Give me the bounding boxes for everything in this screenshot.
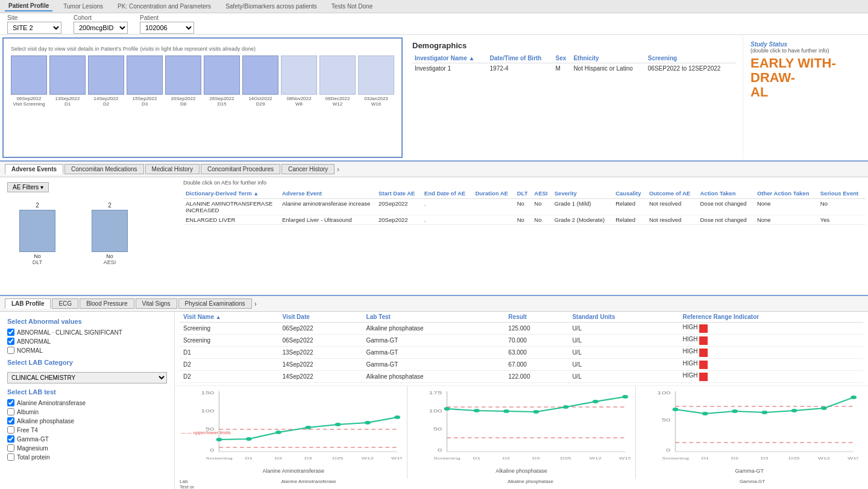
visit-box-w8[interactable]: 08Nov2022 W8 xyxy=(281,55,317,107)
ae-bar-aesi-label: No xyxy=(106,253,113,259)
tab-arrow-right[interactable]: › xyxy=(337,165,339,174)
visit-box-d2[interactable]: 14Sep2022 D2 xyxy=(88,55,124,107)
svg-text:Screening: Screening xyxy=(206,456,232,461)
ae-cell-severity-2: Grade 2 (Moderate) xyxy=(552,215,613,225)
svg-text:W15: W15 xyxy=(391,456,402,461)
chart-x-label: Lab Test or Examination Name xyxy=(180,479,198,489)
site-select[interactable]: SITE 2 xyxy=(7,22,61,34)
tab-cancer-history[interactable]: Cancer History xyxy=(281,164,335,174)
visit-date-w8: 08Nov2022 xyxy=(287,96,312,101)
svg-point-54 xyxy=(761,411,767,414)
svg-text:W15: W15 xyxy=(848,456,858,461)
tab-lab-profile[interactable]: LAB Profile xyxy=(5,298,51,309)
ae-cell-other-2: None xyxy=(755,215,818,225)
tab-ecg[interactable]: ECG xyxy=(52,298,78,309)
test-magnesium[interactable]: Magnesium xyxy=(7,444,167,452)
visit-box-d1[interactable]: 13Sep2022 D1 xyxy=(49,55,86,107)
abnormal-cs-checkbox[interactable] xyxy=(7,329,14,336)
nav-safety[interactable]: Safety/Biomarkers across patients xyxy=(222,2,321,11)
svg-text:100: 100 xyxy=(201,408,214,414)
visit-date-d15: 26Sep2022 xyxy=(210,96,234,101)
visit-section: Select visit day to view visit details i… xyxy=(2,37,403,158)
test-options: Alanine Aminotransferase Albumin Alkalin… xyxy=(7,399,167,461)
lab-cell-test-5: Alkaline phosphatase xyxy=(363,371,505,383)
visit-box-w16[interactable]: 03Jan2023 W16 xyxy=(358,55,394,107)
tab-vital-signs[interactable]: Vital Signs xyxy=(136,298,177,309)
nav-pk[interactable]: PK: Concentration and Parameters xyxy=(114,2,215,11)
lab-cell-visit-4: D2 xyxy=(180,359,278,371)
tab-medical-history[interactable]: Medical History xyxy=(145,164,200,174)
test-magnesium-label: Magnesium xyxy=(17,445,48,452)
visit-box-w12[interactable]: 06Dec2022 W12 xyxy=(319,55,356,107)
svg-point-55 xyxy=(791,409,797,412)
lab-cell-result-5: 122.000 xyxy=(505,371,568,383)
ae-cell-dict-1: ALANINE AMINOTRANSFERASE INCREASED xyxy=(183,199,280,215)
test-alanine[interactable]: Alanine Aminotransferase xyxy=(7,399,167,406)
lab-cell-date-3: 13Sep2022 xyxy=(278,347,362,359)
test-total-protein-cb[interactable] xyxy=(7,453,14,461)
ae-th-duration: Duration AE xyxy=(473,188,514,199)
test-free-t4[interactable]: Free T4 xyxy=(7,426,167,434)
test-albumin[interactable]: Albumin xyxy=(7,408,167,415)
nav-patient-profile[interactable]: Patient Profile xyxy=(5,1,52,11)
abnormal-cs-option[interactable]: ABNORMAL · CLINICAL SIGNIFICANT xyxy=(7,329,167,336)
nav-tests[interactable]: Tests Not Done xyxy=(328,2,376,11)
lab-cell-indicator-4: HIGH xyxy=(679,359,863,371)
lab-tab-arrow-right[interactable]: › xyxy=(254,300,257,308)
lab-tab-bar: LAB Profile ECG Blood Pressure Vital Sig… xyxy=(0,296,868,312)
visit-rect-w8 xyxy=(281,55,317,95)
patient-label: Patient xyxy=(140,14,194,21)
cohort-select[interactable]: 200mcgBID xyxy=(74,22,128,34)
abnormal-option[interactable]: ABNORMAL xyxy=(7,338,167,345)
test-magnesium-cb[interactable] xyxy=(7,444,14,452)
visit-date-d8: 20Sep2022 xyxy=(171,96,196,101)
test-alanine-cb[interactable] xyxy=(7,399,14,406)
svg-text:50: 50 xyxy=(433,426,442,432)
test-albumin-cb[interactable] xyxy=(7,408,14,415)
ae-filter-button[interactable]: AE Filters ▾ xyxy=(7,182,49,192)
study-status-section[interactable]: Study Status (double click to have furth… xyxy=(743,35,868,160)
test-gamma-gt-cb[interactable] xyxy=(7,435,14,443)
ae-cell-dur-2 xyxy=(473,215,514,225)
lab-category-select[interactable]: CLINICAL CHEMISTRY xyxy=(7,372,167,383)
abnormal-checkbox[interactable] xyxy=(7,338,14,345)
test-gamma-gt[interactable]: Gamma-GT xyxy=(7,435,167,443)
lab-cell-result-4: 67.000 xyxy=(505,359,568,371)
visit-box-d29[interactable]: 14Oct2022 D29 xyxy=(242,55,278,107)
tab-physical-exam[interactable]: Physical Examinations xyxy=(178,298,252,309)
ae-cell-start-1: 20Sep2022 xyxy=(376,199,422,215)
test-total-protein[interactable]: Total protein xyxy=(7,453,167,461)
test-alkaline-cb[interactable] xyxy=(7,417,14,424)
demo-cell-ethnicity: Not Hispanic or Latino xyxy=(571,63,645,74)
tab-blood-pressure[interactable]: Blood Pressure xyxy=(80,298,134,309)
svg-point-12 xyxy=(335,423,341,426)
ae-row-2[interactable]: ENLARGED LIVER Enlarged Liver - Ultrasou… xyxy=(183,215,866,225)
tab-concomitan-meds[interactable]: Concomitan Medications xyxy=(64,164,144,174)
visit-box-d15[interactable]: 26Sep2022 D15 xyxy=(204,55,240,107)
lab-cell-units-3: U/L xyxy=(568,347,679,359)
tab-concomitant-procedures[interactable]: Concomitant Procedures xyxy=(201,164,280,174)
tab-adverse-events[interactable]: Adverse Events xyxy=(5,164,63,174)
patient-select[interactable]: 102006 xyxy=(140,22,194,34)
lab-right-panel: Visit Name ▲ Visit Date Lab Test Result … xyxy=(175,312,868,489)
ae-bar-chart: 2 No DLT 2 No AESI xyxy=(7,202,174,265)
test-alkaline[interactable]: Alkaline phosphatase xyxy=(7,417,167,424)
test-free-t4-cb[interactable] xyxy=(7,426,14,434)
normal-option[interactable]: NORMAL xyxy=(7,347,167,354)
svg-text:150: 150 xyxy=(201,390,214,396)
svg-point-35 xyxy=(593,400,599,403)
category-title: Select LAB Category xyxy=(7,359,167,366)
lab-content: Select Abnormal values ABNORMAL · CLINIC… xyxy=(0,312,868,489)
ae-row-1[interactable]: ALANINE AMINOTRANSFERASE INCREASED Alani… xyxy=(183,199,866,215)
svg-text:D2: D2 xyxy=(731,456,738,461)
visit-box-d3[interactable]: 15Sep2022 D3 xyxy=(127,55,163,107)
visit-rect-w16 xyxy=(358,55,394,95)
visit-box-screening[interactable]: 06Sep2022 Visit Screening xyxy=(11,55,47,107)
nav-tumor-lesions[interactable]: Tumor Lesions xyxy=(60,2,107,11)
normal-checkbox[interactable] xyxy=(7,347,14,354)
lab-row-1: Screening 06Sep2022 Alkaline phosphatase… xyxy=(180,323,863,335)
visit-box-d8[interactable]: 20Sep2022 D8 xyxy=(165,55,201,107)
svg-text:0: 0 xyxy=(438,447,442,453)
ae-th-dict: Dictionary-Derived Term ▲ xyxy=(183,188,280,199)
demo-cell-dob: 1972-4 xyxy=(488,63,553,74)
